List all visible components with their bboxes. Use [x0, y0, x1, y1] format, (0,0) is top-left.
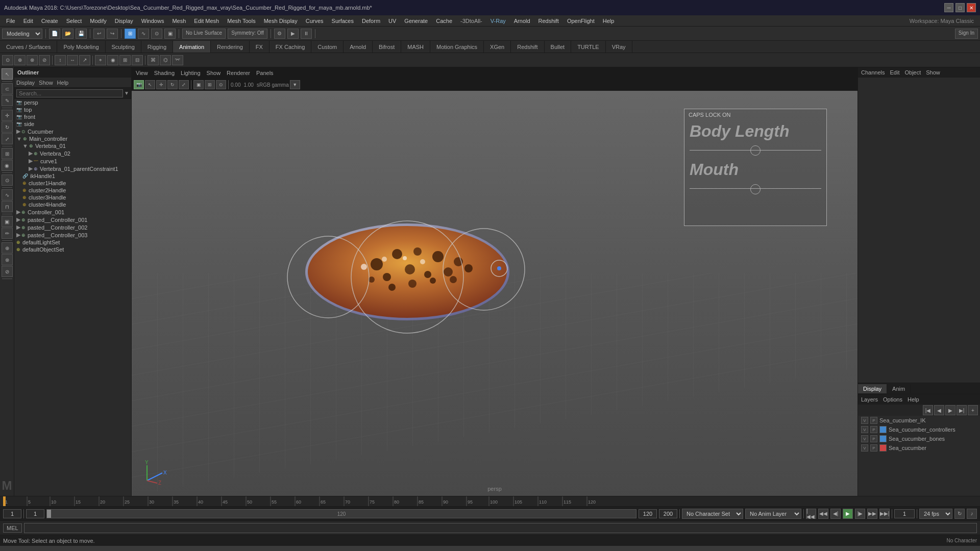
rotate-tool-btn[interactable]: ↻ — [2, 121, 13, 133]
menu-surfaces[interactable]: Surfaces — [328, 17, 358, 25]
range-end-input[interactable] — [639, 509, 657, 518]
save-scene-btn[interactable]: 💾 — [76, 29, 87, 39]
shelf-tab-mash[interactable]: MASH — [401, 41, 430, 53]
shelf-icon-5[interactable]: ↕ — [55, 55, 66, 65]
outliner-item-persp[interactable]: 📷 persp — [14, 99, 131, 106]
command-line[interactable] — [24, 523, 977, 533]
outliner-item-cluster3[interactable]: ⊕ cluster3Handle — [14, 194, 131, 201]
redo-btn[interactable]: ↪ — [107, 29, 118, 39]
step-back-btn[interactable]: ◀◀ — [818, 509, 828, 519]
character-set-dropdown[interactable]: No Character Set — [682, 509, 743, 519]
search-filter-icon[interactable]: ▼ — [124, 90, 129, 96]
shelf-tab-xgen[interactable]: XGen — [484, 41, 511, 53]
vp-renderer-menu[interactable]: Renderer — [227, 70, 250, 76]
menu-display[interactable]: Display — [111, 17, 137, 25]
channels-tab[interactable]: Channels — [861, 69, 885, 76]
paint-select-btn[interactable]: ✎ — [2, 95, 13, 106]
colorspace-dropdown-btn[interactable]: ▼ — [290, 80, 300, 89]
go-to-start-btn[interactable]: |◀◀ — [806, 509, 816, 519]
outliner-item-cluster1[interactable]: ⊕ cluster1Handle — [14, 180, 131, 187]
menu-select[interactable]: Select — [62, 17, 86, 25]
outliner-item-ctrl001[interactable]: ▶ ⊕ Controller_001 — [14, 208, 131, 216]
play-btn[interactable]: ▶ — [843, 509, 853, 519]
outliner-item-front[interactable]: 📷 front — [14, 113, 131, 120]
outliner-item-light-set[interactable]: ⊕ defaultLightSet — [14, 239, 131, 246]
shelf-icon-3[interactable]: ⊗ — [27, 55, 38, 65]
outliner-item-ikhandle[interactable]: 🔗 ikHandle1 — [14, 172, 131, 180]
layer-v-btn-cuc[interactable]: V — [861, 444, 868, 452]
menu-modify[interactable]: Modify — [86, 17, 110, 25]
no-live-surface-btn[interactable]: No Live Surface — [182, 29, 226, 39]
outliner-item-side[interactable]: 📷 side — [14, 120, 131, 128]
menu-arnold[interactable]: Arnold — [510, 17, 534, 25]
search-input[interactable] — [16, 89, 123, 97]
vp-show-menu[interactable]: Show — [207, 70, 221, 76]
symmetry-off-btn[interactable]: Symmetry: Off — [228, 29, 267, 39]
render-settings-btn[interactable]: ⚙ — [274, 29, 285, 39]
outliner-item-vertebra-01[interactable]: ▼ ⊕ Vertebra_01 — [14, 142, 131, 149]
shelf-tab-fx[interactable]: FX — [250, 41, 270, 53]
minimize-button[interactable]: ─ — [944, 3, 953, 12]
menu-3dtoall[interactable]: -3DtoAll- — [456, 17, 486, 25]
shelf-icon-8[interactable]: ⌖ — [95, 55, 106, 65]
vp-shading-btn[interactable]: ▣ — [193, 80, 204, 89]
timeline-scrub[interactable]: 120 — [46, 509, 636, 518]
outliner-item-pasted-ctrl003[interactable]: ▶ ⊕ pasted__Controller_003 — [14, 231, 131, 239]
layer-last-btn[interactable]: ▶| — [957, 405, 967, 415]
menu-redshift[interactable]: Redshift — [534, 17, 563, 25]
snap-point-btn[interactable]: ⊙ — [151, 29, 162, 39]
sign-in-btn[interactable]: Sign In — [955, 29, 978, 39]
layer-prev-btn[interactable]: ◀ — [934, 405, 944, 415]
outliner-item-parentconstraint[interactable]: ▶ ⊕ Vertebra_01_parentConstraint1 — [14, 165, 131, 172]
extra-tool-2[interactable]: ⊗ — [2, 254, 13, 265]
layer-next-btn[interactable]: ▶ — [945, 405, 955, 415]
help-tab[interactable]: Help — [908, 396, 919, 403]
menu-generate[interactable]: Generate — [400, 17, 432, 25]
scale-tool-btn[interactable]: ⤢ — [2, 133, 13, 144]
shelf-icon-1[interactable]: ⊙ — [2, 55, 13, 65]
shelf-icon-7[interactable]: ↗ — [79, 55, 90, 65]
shelf-tab-curves[interactable]: Curves / Surfaces — [0, 41, 57, 53]
next-frame-btn[interactable]: |▶ — [855, 509, 865, 519]
shelf-tab-arnold[interactable]: Arnold — [344, 41, 373, 53]
script-type-label[interactable]: MEL — [3, 523, 22, 533]
outliner-item-pasted-ctrl002[interactable]: ▶ ⊕ pasted__Controller_002 — [14, 223, 131, 231]
viewport-canvas[interactable]: CAPS LOCK ON Body Length Mouth X Y Z — [132, 91, 857, 496]
curve-tool-btn[interactable]: ∿ — [2, 189, 13, 201]
open-scene-btn[interactable]: 📂 — [62, 29, 74, 39]
menu-cache[interactable]: Cache — [432, 17, 456, 25]
timeline-ruler[interactable]: 1 5 10 15 20 25 30 35 40 45 50 55 60 — [0, 496, 980, 506]
frame-display[interactable] — [894, 509, 915, 518]
menu-mesh-display[interactable]: Mesh Display — [260, 17, 302, 25]
paint-tool-btn[interactable]: ✏ — [2, 228, 13, 239]
vp-scale-btn[interactable]: ⤢ — [179, 80, 189, 89]
shelf-icon-14[interactable]: ⌤ — [172, 55, 183, 65]
menu-windows[interactable]: Windows — [137, 17, 168, 25]
shelf-icon-10[interactable]: ⊞ — [119, 55, 131, 65]
layer-v-btn-ik[interactable]: V — [861, 417, 868, 424]
menu-file[interactable]: File — [2, 17, 19, 25]
menu-curves[interactable]: Curves — [302, 17, 328, 25]
shelf-icon-9[interactable]: ◉ — [107, 55, 118, 65]
vp-wireframe-btn[interactable]: ⊞ — [205, 80, 215, 89]
shelf-tab-rendering[interactable]: Rendering — [211, 41, 250, 53]
menu-help[interactable]: Help — [599, 17, 619, 25]
outliner-item-top[interactable]: 📷 top — [14, 106, 131, 113]
vp-select-btn[interactable]: ↖ — [145, 80, 155, 89]
shelf-icon-4[interactable]: ⊘ — [39, 55, 50, 65]
shelf-tab-redshift[interactable]: Redshift — [511, 41, 544, 53]
shelf-tab-animation[interactable]: Animation — [173, 41, 211, 53]
shelf-icon-13[interactable]: ⌬ — [160, 55, 171, 65]
menu-create[interactable]: Create — [37, 17, 62, 25]
shelf-icon-2[interactable]: ⊕ — [14, 55, 26, 65]
outliner-item-main-controller[interactable]: ▼ ⊕ Main_controller — [14, 135, 131, 142]
shelf-icon-6[interactable]: ↔ — [67, 55, 78, 65]
vp-rotate-btn[interactable]: ↻ — [167, 80, 178, 89]
outliner-show-menu[interactable]: Show — [39, 80, 53, 86]
outliner-item-vertebra-02[interactable]: ▶ ⊕ Vertebra_02 — [14, 149, 131, 157]
shelf-tab-bullet[interactable]: Bullet — [545, 41, 572, 53]
shelf-tab-bifrost[interactable]: Bifrost — [373, 41, 401, 53]
menu-openflight[interactable]: OpenFlight — [563, 17, 599, 25]
vp-move-btn[interactable]: ✛ — [156, 80, 166, 89]
show-manip-btn[interactable]: ⊙ — [2, 174, 13, 186]
